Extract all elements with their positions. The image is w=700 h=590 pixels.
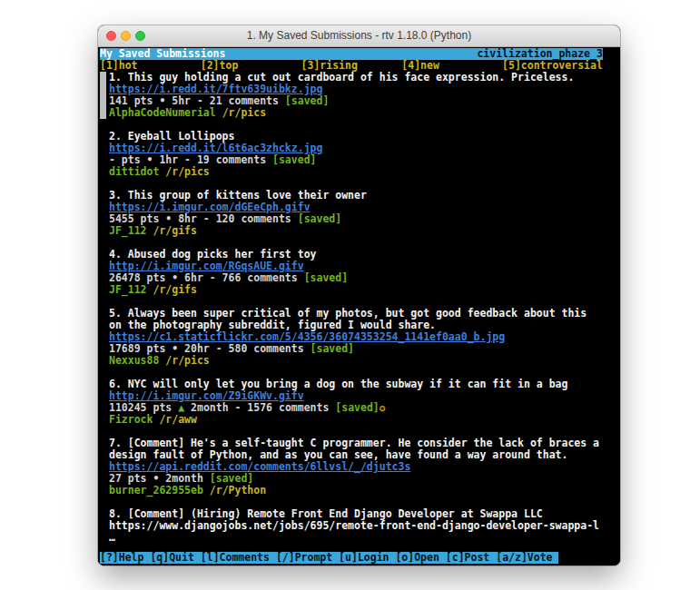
submission-byline: dittidot/r/pics [109,166,601,178]
subreddit-name: /r/Python [210,484,266,497]
saved-badge: [saved] [304,271,348,284]
help-footer: [?]Help[q]Quit[l]Comments[/]Prompt[u]Log… [100,552,558,564]
close-button[interactable] [106,31,116,41]
submission-body: 8. [Comment] (Hiring) Remote Front End D… [109,508,601,544]
selection-cursor [100,508,106,544]
submission-list: 1. This guy holding a cut out cardboard … [100,72,620,544]
selection-cursor [100,131,106,178]
submission-byline: JF_112/r/gifs [109,225,601,237]
submission-item-2[interactable]: 2. Eyeball Lollipops https://i.redd.it/l… [100,131,620,178]
submission-body: 3. This group of kittens love their owne… [109,190,601,237]
submission-byline: Fizrock/r/aww [109,414,601,426]
footer-login[interactable]: [u]Login [339,552,389,564]
author-name: AlphaCodeNumerial [109,106,216,119]
saved-badge: [saved] [210,472,253,485]
submission-title: 5. Always been super critical of my phot… [109,308,601,331]
stats-text: 5455 pts • 8hr - 120 comments [109,212,291,225]
submission-byline: AlphaCodeNumerial/r/pics [109,107,601,119]
submission-body: 7. [Comment] He's a self-taught C progra… [109,438,601,497]
submission-item-5[interactable]: 5. Always been super critical of my phot… [100,308,620,367]
desktop-background: 1. My Saved Submissions - rtv 1.18.0 (Py… [0,0,700,590]
window-title: 1. My Saved Submissions - rtv 1.18.0 (Py… [98,25,620,46]
submission-byline: Nexxus88/r/pics [109,355,601,367]
saved-badge: [saved] [272,153,316,166]
minimize-button[interactable] [121,31,131,41]
submission-item-6[interactable]: 6. NYC will only let you bring a dog on … [100,379,620,426]
terminal-content: My Saved Submissions civilization_phaze_… [98,47,620,565]
stats-text: 110245 pts [109,401,178,414]
submission-title: 7. [Comment] He's a self-taught C progra… [109,438,601,461]
zoom-button[interactable] [135,31,145,41]
submission-link[interactable]: https://i.redd.it/l6t6ac3zhckz.jpg [109,142,322,154]
stats-text: 17689 pts • 20hr - 580 comments [109,342,304,355]
author-name: dittidot [109,165,159,178]
selection-cursor [100,72,106,119]
submission-link[interactable]: http://i.imgur.com/Z9iGKWv.gifv [109,389,304,402]
saved-badge: [saved] [298,212,341,225]
gilded-star-icon: ✪ [380,401,386,414]
submission-body: 4. Abused dog picks her first toy http:/… [109,249,601,296]
subreddit-name: /r/gifs [153,283,196,296]
footer-comments[interactable]: [l]Comments [201,552,270,564]
saved-badge: [saved] [335,401,379,414]
truncation-ellipsis: … [109,532,601,544]
submission-link[interactable]: https://c1.staticflickr.com/5/4356/36074… [109,330,505,343]
selection-cursor [100,438,106,497]
submission-item-1[interactable]: 1. This guy holding a cut out cardboard … [100,72,620,119]
author-name: JF_112 [109,283,147,296]
stats-text: 141 pts • 5hr - 21 comments [109,94,279,107]
submission-link[interactable]: http://i.imgur.com/RGqsAUE.gifv [109,260,304,272]
footer-quit[interactable]: [q]Quit [150,552,193,564]
submission-link[interactable]: https://i.redd.it/7ftv639uibkz.jpg [109,83,322,95]
selection-cursor [100,308,106,367]
saved-badge: [saved] [285,94,329,107]
subreddit-name: /r/pics [165,165,209,178]
selection-cursor [100,379,106,426]
subreddit-name: /r/aww [159,413,197,426]
author-name: Fizrock [109,413,153,426]
submission-link[interactable]: https://api.reddit.com/comments/6llvsl/_… [109,460,410,473]
footer-vote[interactable]: [a/z]Vote [496,552,552,564]
submission-item-4[interactable]: 4. Abused dog picks her first toy http:/… [100,249,620,296]
submission-title: 8. [Comment] (Hiring) Remote Front End D… [109,508,601,532]
footer-help[interactable]: [?]Help [100,552,143,564]
author-name: Nexxus88 [109,354,159,367]
stats-text: - pts • 1hr - 19 comments [109,153,266,166]
submission-byline: burner_262955eb/r/Python [109,485,601,497]
submission-body: 5. Always been super critical of my phot… [109,308,601,367]
stats-text: 27 pts • 2month [109,472,203,485]
stats-text-after: 2month - 1576 comments [184,401,329,414]
subreddit-name: /r/pics [222,106,266,119]
submission-item-3[interactable]: 3. This group of kittens love their owne… [100,190,620,237]
window-titlebar[interactable]: 1. My Saved Submissions - rtv 1.18.0 (Py… [98,25,620,47]
submission-body: 6. NYC will only let you bring a dog on … [109,379,601,426]
subreddit-name: /r/pics [165,354,209,367]
saved-badge: [saved] [311,342,354,355]
submission-byline: JF_112/r/gifs [109,284,601,296]
footer-prompt[interactable]: [/]Prompt [276,552,332,564]
subreddit-name: /r/gifs [153,224,196,237]
footer-open[interactable]: [o]Open [395,552,439,564]
selection-cursor [100,190,106,237]
stats-text: 26478 pts • 6hr - 766 comments [109,271,298,284]
submission-link[interactable]: https://i.imgur.com/dGEeCph.gifv [109,201,311,213]
traffic-lights [106,31,145,41]
author-name: JF_112 [109,224,147,237]
terminal-window: 1. My Saved Submissions - rtv 1.18.0 (Py… [98,25,620,565]
submission-body: 2. Eyeball Lollipops https://i.redd.it/l… [109,131,601,178]
submission-body: 1. This guy holding a cut out cardboard … [109,72,601,119]
author-name: burner_262955eb [109,484,203,497]
submission-item-7[interactable]: 7. [Comment] He's a self-taught C progra… [100,438,620,497]
submission-item-8[interactable]: 8. [Comment] (Hiring) Remote Front End D… [100,508,620,544]
footer-post[interactable]: [c]Post [446,552,489,564]
selection-cursor [100,249,106,296]
